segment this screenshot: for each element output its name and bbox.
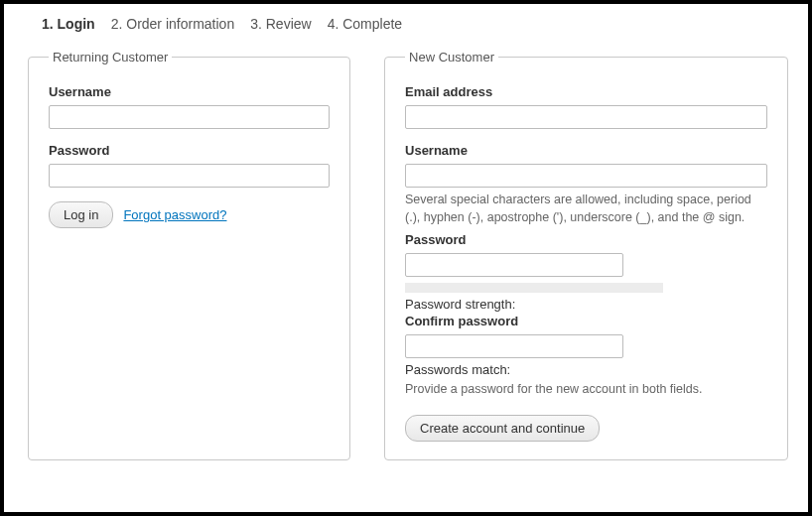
password-strength-bar	[405, 283, 663, 293]
confirm-password-input[interactable]	[405, 334, 623, 358]
create-account-button[interactable]: Create account and continue	[405, 415, 600, 442]
forgot-password-link[interactable]: Forgot password?	[123, 207, 226, 222]
passwords-match-label: Passwords match:	[405, 362, 767, 377]
new-username-label: Username	[405, 143, 767, 158]
login-button[interactable]: Log in	[49, 201, 113, 228]
returning-customer-fieldset: Returning Customer Username Password Log…	[28, 50, 350, 460]
email-label: Email address	[405, 84, 767, 99]
step-complete: 4. Complete	[328, 16, 402, 32]
returning-password-input[interactable]	[49, 164, 330, 188]
step-review: 3. Review	[250, 16, 311, 32]
step-login: 1. Login	[42, 16, 95, 32]
new-password-input[interactable]	[405, 253, 623, 277]
email-input[interactable]	[405, 105, 767, 129]
returning-customer-legend: Returning Customer	[49, 50, 172, 64]
confirm-password-label: Confirm password	[405, 314, 767, 328]
returning-username-input[interactable]	[49, 105, 330, 129]
returning-username-label: Username	[49, 84, 330, 99]
step-order-information: 2. Order information	[111, 16, 235, 32]
checkout-steps: 1. Login 2. Order information 3. Review …	[42, 16, 788, 32]
username-hint: Several special characters are allowed, …	[405, 192, 767, 226]
new-username-input[interactable]	[405, 164, 767, 188]
returning-password-label: Password	[49, 143, 330, 158]
new-customer-fieldset: New Customer Email address Username Seve…	[384, 50, 788, 460]
new-customer-legend: New Customer	[405, 50, 498, 64]
password-hint: Provide a password for the new account i…	[405, 381, 767, 399]
new-password-label: Password	[405, 232, 767, 247]
password-strength-label: Password strength:	[405, 297, 767, 312]
